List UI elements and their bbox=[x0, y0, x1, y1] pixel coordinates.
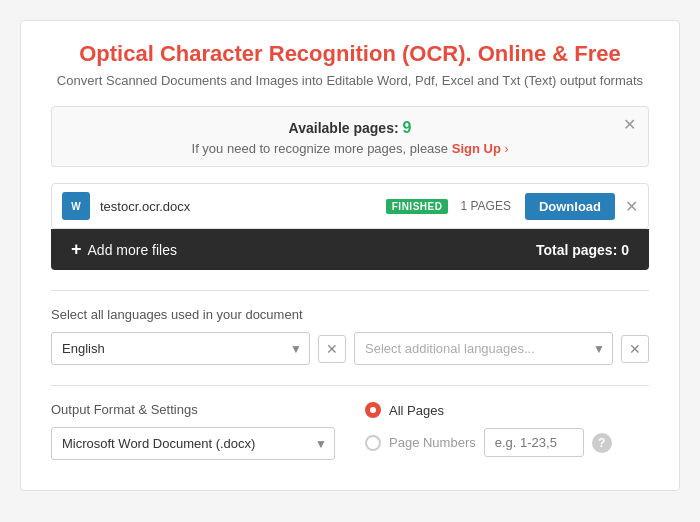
page-title: Optical Character Recognition (OCR). Onl… bbox=[51, 41, 649, 67]
language-row: English French German Spanish ▼ ✕ Select… bbox=[51, 332, 649, 365]
add-files-bar: + Add more files Total pages: 0 bbox=[51, 229, 649, 270]
page-numbers-input[interactable] bbox=[484, 428, 584, 457]
page-numbers-help-icon[interactable]: ? bbox=[592, 433, 612, 453]
secondary-language-select[interactable]: Select additional languages... French Ge… bbox=[354, 332, 613, 365]
format-select-wrap: Microsoft Word Document (.docx) PDF Docu… bbox=[51, 427, 335, 460]
signup-arrow: › bbox=[504, 142, 508, 156]
page-numbers-label: Page Numbers bbox=[389, 435, 476, 450]
available-pages-line: Available pages: 9 bbox=[68, 119, 632, 137]
file-close-icon[interactable]: ✕ bbox=[625, 197, 638, 216]
available-pages-banner: ✕ Available pages: 9 If you need to reco… bbox=[51, 106, 649, 167]
all-pages-label: All Pages bbox=[389, 403, 444, 418]
all-pages-radio[interactable] bbox=[365, 402, 381, 418]
add-files-button[interactable]: + Add more files bbox=[71, 239, 177, 260]
output-format-left: Output Format & Settings Microsoft Word … bbox=[51, 402, 335, 460]
output-format-label: Output Format & Settings bbox=[51, 402, 335, 417]
primary-language-wrap: English French German Spanish ▼ bbox=[51, 332, 310, 365]
all-pages-row: All Pages bbox=[365, 402, 649, 418]
output-format-select[interactable]: Microsoft Word Document (.docx) PDF Docu… bbox=[51, 427, 335, 460]
file-type-icon: W bbox=[62, 192, 90, 220]
total-pages-label: Total pages: 0 bbox=[536, 242, 629, 258]
clear-primary-language-button[interactable]: ✕ bbox=[318, 335, 346, 363]
secondary-language-wrap: Select additional languages... French Ge… bbox=[354, 332, 613, 365]
output-pages-right: All Pages Page Numbers ? bbox=[365, 402, 649, 457]
divider-1 bbox=[51, 290, 649, 291]
download-button[interactable]: Download bbox=[525, 193, 615, 220]
file-row: W testocr.ocr.docx FINISHED 1 PAGES Down… bbox=[51, 183, 649, 229]
primary-language-select[interactable]: English French German Spanish bbox=[51, 332, 310, 365]
file-name: testocr.ocr.docx bbox=[100, 199, 386, 214]
file-status-badge: FINISHED bbox=[386, 199, 449, 214]
page-numbers-radio[interactable] bbox=[365, 435, 381, 451]
file-pages-count: 1 PAGES bbox=[460, 199, 510, 213]
signup-prompt-line: If you need to recognize more pages, ple… bbox=[68, 141, 632, 156]
banner-close-icon[interactable]: ✕ bbox=[623, 115, 636, 134]
plus-icon: + bbox=[71, 239, 82, 260]
divider-2 bbox=[51, 385, 649, 386]
available-pages-count: 9 bbox=[402, 119, 411, 136]
page-numbers-row: Page Numbers ? bbox=[365, 428, 649, 457]
signup-link[interactable]: Sign Up bbox=[452, 141, 501, 156]
clear-secondary-language-button[interactable]: ✕ bbox=[621, 335, 649, 363]
language-section-label: Select all languages used in your docume… bbox=[51, 307, 649, 322]
page-subtitle: Convert Scanned Documents and Images int… bbox=[51, 73, 649, 88]
output-section: Output Format & Settings Microsoft Word … bbox=[51, 402, 649, 460]
main-container: Optical Character Recognition (OCR). Onl… bbox=[20, 20, 680, 491]
